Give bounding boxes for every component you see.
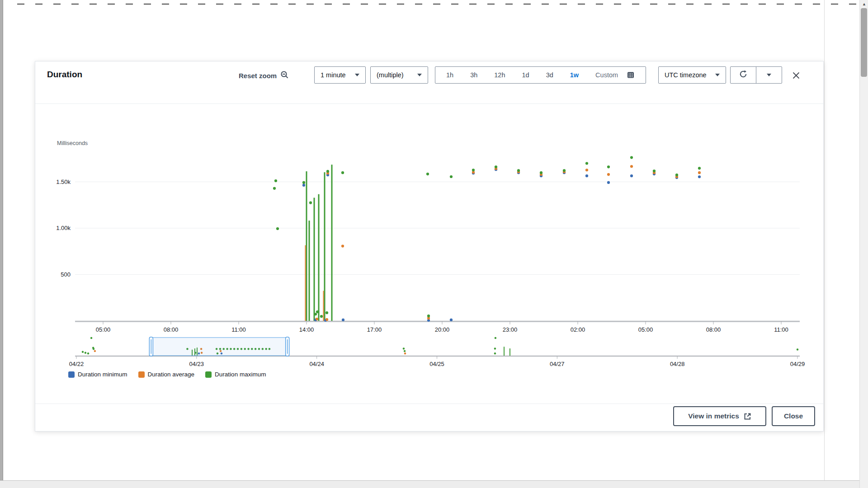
legend-label-average: Duration average xyxy=(148,371,195,378)
svg-text:Milliseconds: Milliseconds xyxy=(57,140,88,146)
svg-text:08:00: 08:00 xyxy=(164,326,179,333)
range-1d[interactable]: 1d xyxy=(522,71,529,79)
window-bottom-edge xyxy=(0,480,868,488)
svg-text:04/27: 04/27 xyxy=(550,361,565,367)
range-12h[interactable]: 12h xyxy=(494,71,505,79)
legend-item-average[interactable]: Duration average xyxy=(138,371,195,378)
svg-text:04/28: 04/28 xyxy=(670,361,685,367)
refresh-split-button xyxy=(730,66,782,84)
svg-text:11:00: 11:00 xyxy=(774,326,788,333)
timezone-select-value: UTC timezone xyxy=(665,71,707,79)
reset-zoom-button[interactable]: Reset zoom xyxy=(239,70,289,80)
range-1w-active[interactable]: 1w xyxy=(570,71,579,79)
scrollbar-up-arrow-icon[interactable]: ▲ xyxy=(860,0,868,8)
range-3h[interactable]: 3h xyxy=(470,71,477,79)
svg-text:17:00: 17:00 xyxy=(367,326,382,333)
page-scrollbar[interactable]: ▲ xyxy=(859,0,868,488)
chart-legend: Duration minimum Duration average Durati… xyxy=(68,371,266,378)
legend-swatch-minimum xyxy=(68,371,75,378)
svg-text:20:00: 20:00 xyxy=(435,326,450,333)
close-button-label: Close xyxy=(784,412,803,420)
dialog-close-button[interactable] xyxy=(789,69,803,82)
svg-text:05:00: 05:00 xyxy=(638,326,653,333)
legend-label-minimum: Duration minimum xyxy=(78,371,127,378)
legend-swatch-average xyxy=(138,371,145,378)
view-in-metrics-label: View in metrics xyxy=(688,412,739,420)
svg-text:04/23: 04/23 xyxy=(189,361,204,367)
statistic-select[interactable]: (multiple) xyxy=(370,66,428,84)
aws-console-page: ▲ Duration Reset zoom 1 minute (multiple… xyxy=(0,0,868,488)
scrollbar-thumb[interactable] xyxy=(861,8,867,77)
background-panel-divider xyxy=(824,0,825,488)
chevron-down-icon xyxy=(767,74,771,76)
external-link-icon xyxy=(744,413,751,420)
window-left-edge xyxy=(0,0,3,488)
duration-chart-svg: Milliseconds5001.00k1.50k05:0008:0011:00… xyxy=(35,104,824,394)
svg-text:04/25: 04/25 xyxy=(429,361,444,367)
footer-divider xyxy=(35,404,823,404)
svg-text:500: 500 xyxy=(61,271,71,278)
range-1h[interactable]: 1h xyxy=(446,71,453,79)
refresh-options-button[interactable] xyxy=(756,67,782,83)
svg-text:23:00: 23:00 xyxy=(503,326,518,333)
chevron-down-icon xyxy=(715,74,720,76)
statistic-select-value: (multiple) xyxy=(377,71,404,79)
console-top-bar-edge xyxy=(17,4,857,5)
range-custom[interactable]: Custom xyxy=(595,71,618,79)
overview-brush[interactable] xyxy=(149,337,289,356)
chevron-down-icon xyxy=(355,74,359,76)
period-select[interactable]: 1 minute xyxy=(314,66,366,84)
reset-zoom-label: Reset zoom xyxy=(239,72,277,80)
duration-chart: Milliseconds5001.00k1.50k05:0008:0011:00… xyxy=(35,104,824,394)
header-divider xyxy=(35,103,823,104)
svg-text:14:00: 14:00 xyxy=(299,326,314,333)
legend-label-maximum: Duration maximum xyxy=(215,371,266,378)
svg-text:11:00: 11:00 xyxy=(231,326,246,333)
svg-text:05:00: 05:00 xyxy=(96,326,111,333)
duration-metric-dialog: Duration Reset zoom 1 minute (multiple) … xyxy=(35,61,824,432)
svg-text:02:00: 02:00 xyxy=(571,326,585,333)
time-range-segmented-control: 1h 3h 12h 1d 3d 1w Custom xyxy=(435,66,646,84)
calendar-icon[interactable] xyxy=(627,71,635,79)
svg-text:08:00: 08:00 xyxy=(706,326,721,333)
svg-text:04/22: 04/22 xyxy=(69,361,84,367)
close-button[interactable]: Close xyxy=(772,406,815,426)
zoom-out-icon xyxy=(280,70,289,80)
dialog-title: Duration xyxy=(47,70,82,80)
svg-text:1.00k: 1.00k xyxy=(56,225,71,231)
refresh-icon xyxy=(739,70,748,80)
legend-swatch-maximum xyxy=(205,371,212,378)
svg-text:04/24: 04/24 xyxy=(309,361,324,367)
view-in-metrics-button[interactable]: View in metrics xyxy=(673,406,766,426)
timezone-select[interactable]: UTC timezone xyxy=(658,66,726,84)
refresh-button[interactable] xyxy=(731,67,756,83)
chevron-down-icon xyxy=(417,74,422,76)
legend-item-maximum[interactable]: Duration maximum xyxy=(205,371,266,378)
close-icon xyxy=(792,71,800,80)
legend-item-minimum[interactable]: Duration minimum xyxy=(68,371,127,378)
svg-text:04/29: 04/29 xyxy=(790,361,805,367)
svg-text:1.50k: 1.50k xyxy=(56,178,71,185)
period-select-value: 1 minute xyxy=(321,71,346,79)
range-3d[interactable]: 3d xyxy=(546,71,553,79)
